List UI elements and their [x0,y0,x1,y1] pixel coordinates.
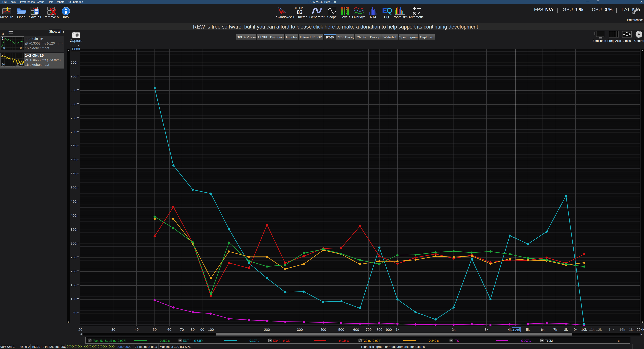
svg-text:9: 9 [346,13,347,15]
svg-text:3: 3 [346,9,347,11]
svg-text:0: 0 [346,7,347,9]
svg-text:6: 6 [346,11,347,13]
